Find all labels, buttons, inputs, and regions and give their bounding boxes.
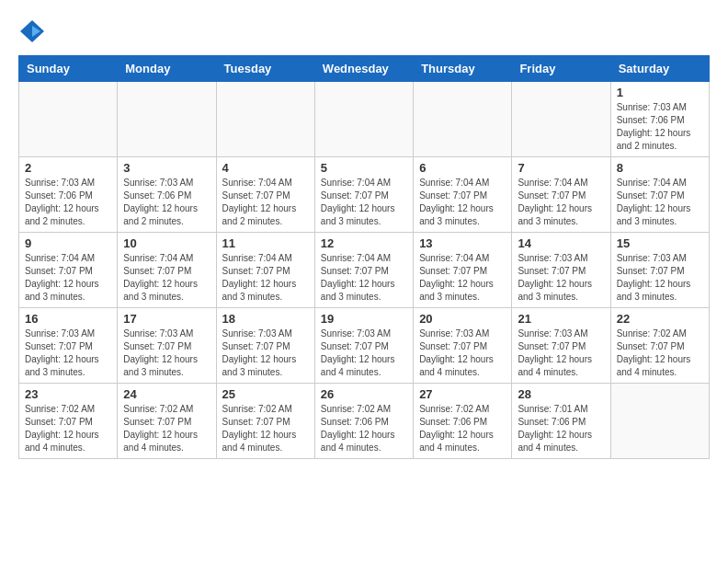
day-number: 18 xyxy=(222,312,309,326)
day-info: Sunrise: 7:02 AM Sunset: 7:07 PM Dayligh… xyxy=(617,327,703,379)
calendar-cell: 24Sunrise: 7:02 AM Sunset: 7:07 PM Dayli… xyxy=(118,384,216,459)
day-number: 7 xyxy=(518,161,604,175)
calendar-cell: 4Sunrise: 7:04 AM Sunset: 7:07 PM Daylig… xyxy=(216,157,314,233)
calendar-cell: 2Sunrise: 7:03 AM Sunset: 7:06 PM Daylig… xyxy=(19,157,118,233)
day-info: Sunrise: 7:04 AM Sunset: 7:07 PM Dayligh… xyxy=(321,177,407,228)
day-info: Sunrise: 7:04 AM Sunset: 7:07 PM Dayligh… xyxy=(419,177,506,228)
day-number: 24 xyxy=(123,387,210,401)
calendar-cell: 5Sunrise: 7:04 AM Sunset: 7:07 PM Daylig… xyxy=(314,157,413,233)
calendar-week-row: 16Sunrise: 7:03 AM Sunset: 7:07 PM Dayli… xyxy=(19,308,710,384)
calendar-cell: 23Sunrise: 7:02 AM Sunset: 7:07 PM Dayli… xyxy=(19,384,118,459)
calendar-cell xyxy=(19,82,118,157)
weekday-header-cell: Wednesday xyxy=(314,56,413,82)
day-info: Sunrise: 7:04 AM Sunset: 7:07 PM Dayligh… xyxy=(518,177,604,228)
day-info: Sunrise: 7:03 AM Sunset: 7:07 PM Dayligh… xyxy=(25,327,111,379)
day-number: 1 xyxy=(617,86,703,99)
calendar-body: 1Sunrise: 7:03 AM Sunset: 7:06 PM Daylig… xyxy=(19,82,710,459)
calendar-cell: 10Sunrise: 7:04 AM Sunset: 7:07 PM Dayli… xyxy=(118,233,216,308)
weekday-header-cell: Friday xyxy=(512,56,610,82)
calendar-cell: 20Sunrise: 7:03 AM Sunset: 7:07 PM Dayli… xyxy=(414,308,512,384)
day-info: Sunrise: 7:04 AM Sunset: 7:07 PM Dayligh… xyxy=(25,252,111,304)
day-info: Sunrise: 7:04 AM Sunset: 7:07 PM Dayligh… xyxy=(321,252,407,304)
day-number: 9 xyxy=(25,236,111,250)
calendar-cell: 25Sunrise: 7:02 AM Sunset: 7:07 PM Dayli… xyxy=(216,384,314,459)
calendar-cell: 9Sunrise: 7:04 AM Sunset: 7:07 PM Daylig… xyxy=(19,233,118,308)
weekday-header-cell: Tuesday xyxy=(216,56,314,82)
day-number: 20 xyxy=(419,312,506,326)
calendar-cell: 21Sunrise: 7:03 AM Sunset: 7:07 PM Dayli… xyxy=(512,308,610,384)
day-info: Sunrise: 7:03 AM Sunset: 7:06 PM Dayligh… xyxy=(25,177,111,228)
calendar-cell: 16Sunrise: 7:03 AM Sunset: 7:07 PM Dayli… xyxy=(19,308,118,384)
day-number: 22 xyxy=(617,312,703,326)
calendar-cell xyxy=(314,82,413,157)
day-info: Sunrise: 7:04 AM Sunset: 7:07 PM Dayligh… xyxy=(222,252,309,304)
day-number: 3 xyxy=(123,161,210,175)
day-info: Sunrise: 7:02 AM Sunset: 7:06 PM Dayligh… xyxy=(321,403,407,454)
calendar-cell: 1Sunrise: 7:03 AM Sunset: 7:06 PM Daylig… xyxy=(610,82,709,157)
day-number: 23 xyxy=(25,387,111,401)
day-info: Sunrise: 7:04 AM Sunset: 7:07 PM Dayligh… xyxy=(617,177,703,228)
day-number: 26 xyxy=(321,387,407,401)
calendar-cell: 22Sunrise: 7:02 AM Sunset: 7:07 PM Dayli… xyxy=(610,308,709,384)
day-number: 19 xyxy=(321,312,407,326)
day-number: 21 xyxy=(518,312,604,326)
day-number: 28 xyxy=(518,387,604,401)
weekday-header-cell: Thursday xyxy=(414,56,512,82)
day-number: 14 xyxy=(518,236,604,250)
day-number: 2 xyxy=(25,161,111,175)
day-number: 16 xyxy=(25,312,111,326)
calendar-cell: 28Sunrise: 7:01 AM Sunset: 7:06 PM Dayli… xyxy=(512,384,610,459)
day-info: Sunrise: 7:03 AM Sunset: 7:07 PM Dayligh… xyxy=(518,252,604,304)
logo-icon xyxy=(18,18,46,46)
calendar-week-row: 1Sunrise: 7:03 AM Sunset: 7:06 PM Daylig… xyxy=(19,82,710,157)
calendar-cell: 12Sunrise: 7:04 AM Sunset: 7:07 PM Dayli… xyxy=(314,233,413,308)
calendar-cell: 15Sunrise: 7:03 AM Sunset: 7:07 PM Dayli… xyxy=(610,233,709,308)
calendar-cell xyxy=(216,82,314,157)
day-info: Sunrise: 7:03 AM Sunset: 7:07 PM Dayligh… xyxy=(123,327,210,379)
calendar-cell: 26Sunrise: 7:02 AM Sunset: 7:06 PM Dayli… xyxy=(314,384,413,459)
logo xyxy=(18,18,51,46)
day-info: Sunrise: 7:02 AM Sunset: 7:06 PM Dayligh… xyxy=(419,403,506,454)
calendar-table: SundayMondayTuesdayWednesdayThursdayFrid… xyxy=(18,55,710,459)
calendar-cell: 27Sunrise: 7:02 AM Sunset: 7:06 PM Dayli… xyxy=(414,384,512,459)
day-info: Sunrise: 7:01 AM Sunset: 7:06 PM Dayligh… xyxy=(518,403,604,454)
day-info: Sunrise: 7:04 AM Sunset: 7:07 PM Dayligh… xyxy=(419,252,506,304)
weekday-header-cell: Monday xyxy=(118,56,216,82)
calendar-cell xyxy=(414,82,512,157)
day-info: Sunrise: 7:03 AM Sunset: 7:06 PM Dayligh… xyxy=(123,177,210,228)
day-info: Sunrise: 7:03 AM Sunset: 7:07 PM Dayligh… xyxy=(222,327,309,379)
day-info: Sunrise: 7:03 AM Sunset: 7:07 PM Dayligh… xyxy=(518,327,604,379)
weekday-header-cell: Sunday xyxy=(19,56,118,82)
day-number: 4 xyxy=(222,161,309,175)
day-number: 17 xyxy=(123,312,210,326)
calendar-cell: 6Sunrise: 7:04 AM Sunset: 7:07 PM Daylig… xyxy=(414,157,512,233)
day-number: 27 xyxy=(419,387,506,401)
day-info: Sunrise: 7:02 AM Sunset: 7:07 PM Dayligh… xyxy=(222,403,309,454)
day-number: 12 xyxy=(321,236,407,250)
page-header xyxy=(18,18,710,46)
day-number: 15 xyxy=(617,236,703,250)
calendar-cell xyxy=(512,82,610,157)
calendar-week-row: 23Sunrise: 7:02 AM Sunset: 7:07 PM Dayli… xyxy=(19,384,710,459)
calendar-cell: 17Sunrise: 7:03 AM Sunset: 7:07 PM Dayli… xyxy=(118,308,216,384)
calendar-cell: 14Sunrise: 7:03 AM Sunset: 7:07 PM Dayli… xyxy=(512,233,610,308)
calendar-cell: 8Sunrise: 7:04 AM Sunset: 7:07 PM Daylig… xyxy=(610,157,709,233)
day-info: Sunrise: 7:03 AM Sunset: 7:06 PM Dayligh… xyxy=(617,101,703,153)
calendar-cell xyxy=(118,82,216,157)
day-number: 5 xyxy=(321,161,407,175)
day-info: Sunrise: 7:02 AM Sunset: 7:07 PM Dayligh… xyxy=(123,403,210,454)
calendar-cell: 13Sunrise: 7:04 AM Sunset: 7:07 PM Dayli… xyxy=(414,233,512,308)
day-info: Sunrise: 7:03 AM Sunset: 7:07 PM Dayligh… xyxy=(617,252,703,304)
day-info: Sunrise: 7:02 AM Sunset: 7:07 PM Dayligh… xyxy=(25,403,111,454)
day-info: Sunrise: 7:04 AM Sunset: 7:07 PM Dayligh… xyxy=(123,252,210,304)
day-number: 11 xyxy=(222,236,309,250)
day-info: Sunrise: 7:04 AM Sunset: 7:07 PM Dayligh… xyxy=(222,177,309,228)
calendar-cell xyxy=(610,384,709,459)
calendar-week-row: 9Sunrise: 7:04 AM Sunset: 7:07 PM Daylig… xyxy=(19,233,710,308)
day-number: 25 xyxy=(222,387,309,401)
day-number: 8 xyxy=(617,161,703,175)
weekday-header-cell: Saturday xyxy=(610,56,709,82)
day-info: Sunrise: 7:03 AM Sunset: 7:07 PM Dayligh… xyxy=(419,327,506,379)
day-info: Sunrise: 7:03 AM Sunset: 7:07 PM Dayligh… xyxy=(321,327,407,379)
calendar-cell: 11Sunrise: 7:04 AM Sunset: 7:07 PM Dayli… xyxy=(216,233,314,308)
